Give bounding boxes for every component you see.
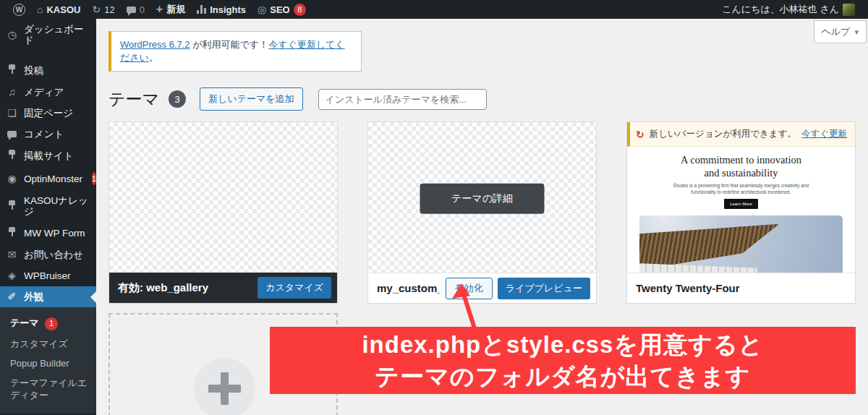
theme-screenshot-placeholder[interactable]: テーマの詳細 bbox=[368, 122, 596, 273]
theme-name: web_gallery bbox=[146, 281, 208, 294]
annotation-arrow bbox=[445, 283, 485, 328]
pin-icon bbox=[6, 200, 18, 213]
comments-icon bbox=[6, 129, 18, 140]
wp-logo-menu[interactable]: W bbox=[7, 4, 31, 16]
theme-footer: Twenty Twenty-Four bbox=[627, 273, 855, 303]
theme-update-notice: ↻ 新しいバージョンが利用できます。今すぐ更新 bbox=[627, 122, 855, 147]
submenu-item-label: カスタマイズ bbox=[10, 338, 68, 349]
brush-icon: ✐ bbox=[6, 291, 18, 302]
live-preview-button[interactable]: ライブプレビュー bbox=[498, 278, 590, 299]
new-content-menu[interactable]: + 新規 bbox=[150, 3, 191, 16]
add-new-theme-button[interactable]: 新しいテーマを追加 bbox=[200, 87, 303, 111]
wordpress-version-link[interactable]: WordPress 6.7.2 bbox=[120, 39, 190, 50]
updates-menu[interactable]: ↻ 12 bbox=[86, 4, 120, 15]
core-update-notice: WordPress 6.7.2 が利用可能です！今すぐ更新してください。 bbox=[109, 31, 362, 72]
submenu-item-theme-file-editor[interactable]: テーマファイルエディター bbox=[0, 373, 96, 405]
theme-screenshot[interactable]: A commitment to innovation and sustainab… bbox=[627, 147, 855, 273]
bar-chart-icon bbox=[197, 5, 206, 14]
sidebar-item-media[interactable]: ♫ メディア bbox=[0, 82, 96, 103]
theme-card-my-custom-theme[interactable]: テーマの詳細 my_custom_theme 有効化 ライブプレビュー bbox=[367, 121, 597, 304]
site-name-label: KASOU bbox=[46, 4, 80, 15]
sidebar-item-kasou-knowledge[interactable]: KASOUナレッジ bbox=[0, 190, 96, 222]
annotation-banner: index.phpとstyle.cssを用意すると テーマのフォルダ名が出てきま… bbox=[270, 327, 856, 394]
comments-count: 0 bbox=[140, 4, 145, 15]
shield-icon: ◈ bbox=[6, 270, 18, 281]
dashboard-icon: ◷ bbox=[6, 30, 18, 40]
admin-sidebar: ◷ ダッシュボード 投稿 ♫ メディア ❏ 固定ページ コメント 掲載サイト ◉… bbox=[0, 19, 96, 415]
preview-body-text: Études is a pioneering firm that seamles… bbox=[671, 183, 812, 195]
sidebar-item-comments[interactable]: コメント bbox=[0, 124, 96, 145]
submenu-item-themes[interactable]: テーマ 1 bbox=[0, 313, 96, 334]
theme-details-button[interactable]: テーマの詳細 bbox=[420, 184, 545, 214]
sidebar-item-pages[interactable]: ❏ 固定ページ bbox=[0, 103, 96, 124]
new-label: 新規 bbox=[166, 3, 185, 16]
sidebar-item-label: メディア bbox=[24, 87, 64, 98]
account-menu[interactable]: こんにちは、小林祐也 さん bbox=[716, 3, 861, 16]
update-now-link[interactable]: 今すぐ更新 bbox=[801, 128, 847, 140]
preview-cta-button: Learn More bbox=[724, 199, 758, 209]
comments-menu[interactable]: 0 bbox=[121, 4, 150, 15]
help-button[interactable]: ヘルプ ▾ bbox=[814, 20, 867, 43]
sidebar-item-dashboard[interactable]: ◷ ダッシュボード bbox=[0, 19, 96, 51]
media-icon: ♫ bbox=[6, 87, 18, 98]
home-icon: ⌂ bbox=[37, 4, 43, 14]
notification-badge: 1 bbox=[92, 172, 96, 185]
themes-grid: 有効: web_gallery カスタマイズ テーマの詳細 my_custom_… bbox=[109, 121, 856, 304]
comments-icon bbox=[127, 7, 136, 13]
update-available-text: 新しいバージョンが利用できます。 bbox=[650, 128, 796, 140]
annotation-line1: index.phpとstyle.cssを用意すると bbox=[362, 329, 763, 361]
sidebar-item-label: KASOUナレッジ bbox=[24, 195, 90, 217]
theme-screenshot-placeholder[interactable] bbox=[109, 122, 337, 273]
sidebar-item-label: ダッシュボード bbox=[24, 24, 90, 46]
admin-bar: W ⌂ KASOU ↻ 12 0 + 新規 Insights ◎ SEO 8 こ… bbox=[0, 0, 868, 19]
sidebar-item-label: OptinMonster bbox=[24, 174, 82, 184]
sidebar-item-label: コメント bbox=[24, 129, 64, 140]
avatar bbox=[843, 4, 855, 16]
optinmonster-icon: ◉ bbox=[6, 174, 18, 184]
theme-name: my_custom_theme bbox=[377, 282, 440, 294]
insights-label: Insights bbox=[210, 4, 246, 15]
sidebar-item-appearance[interactable]: ✐ 外観 bbox=[0, 286, 96, 307]
pin-icon bbox=[6, 150, 18, 162]
sidebar-item-label: お問い合わせ bbox=[24, 249, 83, 260]
active-status-label: 有効: bbox=[118, 281, 143, 294]
submenu-item-customize[interactable]: カスタマイズ bbox=[0, 334, 96, 354]
preview-heading: A commitment to innovation and sustainab… bbox=[627, 153, 855, 179]
update-icon: ↻ bbox=[636, 129, 644, 140]
sidebar-item-label: WPBruiser bbox=[24, 270, 71, 281]
theme-card-twenty-twenty-four[interactable]: ↻ 新しいバージョンが利用できます。今すぐ更新 A commitment to … bbox=[626, 121, 856, 304]
envelope-icon: ✉ bbox=[6, 249, 18, 260]
building-canopy bbox=[639, 224, 784, 272]
sidebar-item-wpbruiser[interactable]: ◈ WPBruiser bbox=[0, 265, 96, 286]
sidebar-item-mw-wp-form[interactable]: MW WP Form bbox=[0, 222, 96, 244]
update-notice-text: が利用可能です！ bbox=[190, 39, 269, 50]
themes-update-badge: 1 bbox=[45, 317, 58, 330]
seo-notification-badge: 8 bbox=[294, 4, 306, 16]
theme-search-input[interactable] bbox=[318, 89, 487, 110]
sidebar-item-label: 外観 bbox=[24, 291, 43, 302]
submenu-item-popup-builder[interactable]: Popup Builder bbox=[0, 354, 96, 373]
insights-menu[interactable]: Insights bbox=[191, 4, 252, 15]
pin-icon bbox=[6, 227, 18, 239]
plus-icon: + bbox=[156, 4, 163, 15]
seo-label: SEO bbox=[270, 4, 289, 15]
submenu-item-label: テーマ bbox=[10, 317, 39, 328]
page-title: テーマ bbox=[109, 88, 159, 111]
page-header: テーマ 3 新しいテーマを追加 bbox=[109, 87, 856, 111]
updates-count: 12 bbox=[104, 4, 114, 15]
sidebar-item-label: MW WP Form bbox=[24, 228, 85, 239]
theme-count-badge: 3 bbox=[169, 90, 186, 108]
theme-name: Twenty Twenty-Four bbox=[636, 282, 740, 294]
theme-card-web-gallery[interactable]: 有効: web_gallery カスタマイズ bbox=[109, 121, 338, 304]
sidebar-item-label: 掲載サイト bbox=[24, 150, 73, 161]
seo-menu[interactable]: ◎ SEO 8 bbox=[252, 4, 312, 16]
sidebar-item-optinmonster[interactable]: ◉ OptinMonster 1 bbox=[0, 167, 96, 190]
annotation-line2: テーマのフォルダ名が出てきます bbox=[375, 361, 750, 393]
customize-button[interactable]: カスタマイズ bbox=[258, 277, 331, 299]
sidebar-item-posts[interactable]: 投稿 bbox=[0, 59, 96, 82]
sidebar-item-listed-sites[interactable]: 掲載サイト bbox=[0, 145, 96, 167]
seo-icon: ◎ bbox=[258, 4, 266, 14]
sidebar-item-contact[interactable]: ✉ お問い合わせ bbox=[0, 244, 96, 265]
site-name-menu[interactable]: ⌂ KASOU bbox=[31, 4, 86, 15]
sidebar-item-label: 固定ページ bbox=[24, 108, 73, 119]
